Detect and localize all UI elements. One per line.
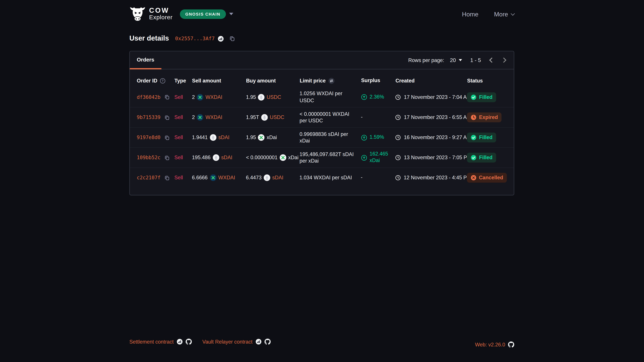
order-type: Sell [174, 175, 183, 180]
sell-amount-cell: 1.9441 sDAI [192, 134, 246, 141]
swap-price-icon[interactable] [328, 78, 334, 84]
surplus: 162.465 xDai [361, 151, 395, 164]
order-id-link[interactable]: 9b715339 [137, 114, 161, 120]
wxdai-icon [197, 94, 204, 100]
previous-page-button[interactable] [489, 57, 494, 63]
table-row: 109bb52c Sell 195.486 sDAI < 0.00000001 … [130, 147, 514, 167]
order-id-link[interactable]: df36042b [137, 94, 161, 100]
svg-text:?: ? [162, 79, 164, 82]
next-page-button[interactable] [501, 57, 506, 63]
created-date: 13 November 2023 - 7:05 PM [404, 155, 471, 160]
copy-icon[interactable] [164, 94, 170, 100]
limit-price: 195,486,097.682T sDAI per xDai [300, 151, 361, 164]
table-header: Order ID? Type Sell amount Buy amount Li… [130, 75, 514, 87]
rows-per-page-label: Rows per page: [408, 57, 444, 63]
buy-amount-cell: 1.95 USDC [246, 94, 300, 100]
user-address-link[interactable]: 0x2557...3Af7 [175, 36, 215, 41]
page-range: 1 - 5 [470, 57, 481, 63]
main-nav: Home More [462, 10, 514, 17]
copy-icon[interactable] [164, 135, 170, 140]
created-cell: 16 November 2023 - 9:27 AM [395, 135, 467, 140]
page: COW Explorer GNOSIS CHAIN Home More User… [0, 0, 644, 362]
sell-token-link[interactable]: WXDAI [206, 114, 222, 120]
status-label: Cancelled [479, 175, 503, 180]
github-icon[interactable] [508, 342, 514, 348]
table-row: c2c2107f Sell 6.6666 WXDAI 6.4473 sDAI 1… [130, 167, 514, 188]
surplus: - [361, 174, 395, 181]
order-id-link[interactable]: 109bb52c [137, 155, 161, 160]
copy-icon[interactable] [164, 115, 170, 120]
order-type: Sell [174, 94, 183, 100]
clock-icon [395, 155, 401, 160]
sell-amount-cell: 195.486 sDAI [192, 154, 246, 161]
clock-icon [395, 175, 401, 180]
help-icon[interactable]: ? [160, 78, 166, 84]
buy-token-link[interactable]: sDAI [272, 175, 284, 180]
sell-token-link[interactable]: sDAI [221, 155, 232, 160]
sdai-icon [264, 174, 270, 181]
buy-token-link[interactable]: xDai [267, 135, 277, 140]
blockscout-icon[interactable] [218, 35, 224, 42]
created-date: 12 November 2023 - 4:45 PM [404, 175, 471, 180]
footer: Settlement contract Vault Relayer contra… [129, 336, 514, 348]
copy-icon[interactable] [164, 155, 170, 160]
column-created: Created [396, 78, 414, 84]
top-bar: COW Explorer GNOSIS CHAIN Home More [129, 0, 514, 28]
buy-token-link[interactable]: USDC [267, 94, 281, 100]
sell-token-link[interactable]: sDAI [218, 135, 230, 140]
blockscout-icon[interactable] [256, 339, 262, 345]
settlement-contract-link[interactable]: Settlement contract [129, 339, 174, 345]
buy-amount: < 0.00000001 [246, 155, 278, 160]
order-id-link[interactable]: 9197e8d0 [137, 135, 161, 140]
xdai-icon [258, 134, 264, 141]
settlement-contract-group: Settlement contract [129, 339, 192, 345]
sell-token-link[interactable]: WXDAI [218, 175, 235, 180]
clock-icon [395, 135, 401, 140]
sell-amount: 2 [192, 114, 195, 120]
order-type: Sell [174, 114, 183, 120]
buy-amount: 1.95T [246, 114, 259, 120]
copy-icon[interactable] [164, 175, 170, 180]
surplus-up-icon [361, 134, 367, 141]
column-order-id: Order ID [137, 78, 157, 84]
chevron-down-icon [511, 11, 515, 15]
sell-amount-cell: 2 WXDAI [192, 94, 246, 100]
status-label: Filled [479, 94, 492, 100]
cow-icon [129, 6, 146, 21]
order-type: Sell [174, 155, 183, 160]
network-label: GNOSIS CHAIN [180, 9, 226, 18]
clock-filled-icon [471, 114, 476, 120]
column-surplus: Surplus [361, 78, 380, 84]
sdai-icon [210, 134, 216, 141]
usdc-icon [258, 94, 264, 100]
nav-home[interactable]: Home [462, 10, 478, 17]
github-icon[interactable] [264, 339, 271, 345]
buy-token-link[interactable]: xDai [288, 155, 298, 160]
column-sell-amount: Sell amount [192, 78, 221, 84]
rows-per-page-select[interactable]: 20 [450, 57, 462, 63]
github-icon[interactable] [186, 339, 192, 345]
footer-version-group: Web: v2.26.0 [475, 342, 514, 348]
vault-relayer-contract-link[interactable]: Vault Relayer contract [202, 339, 252, 345]
created-cell: 12 November 2023 - 4:45 PM [395, 175, 467, 180]
copy-address-icon[interactable] [229, 36, 235, 41]
tab-orders[interactable]: Orders [130, 51, 161, 69]
sell-token-link[interactable]: WXDAI [206, 94, 222, 100]
created-date: 16 November 2023 - 9:27 AM [404, 135, 471, 140]
network-selector[interactable]: GNOSIS CHAIN [180, 9, 233, 18]
surplus: 1.59% [361, 134, 395, 141]
cow-explorer-logo[interactable]: COW Explorer [129, 6, 172, 21]
column-limit-price: Limit price [300, 78, 326, 84]
column-type: Type [174, 78, 186, 84]
table-row: df36042b Sell 2 WXDAI 1.95 USDC 1.0256 W… [130, 87, 514, 107]
web-version-link[interactable]: Web: v2.26.0 [475, 342, 505, 348]
blockscout-icon[interactable] [176, 339, 183, 345]
limit-price: 1.0256 WXDAI per USDC [300, 90, 361, 104]
nav-more[interactable]: More [494, 10, 514, 17]
order-id-link[interactable]: c2c2107f [137, 175, 161, 180]
wxdai-icon [197, 114, 204, 121]
buy-amount: 1.95 [246, 94, 256, 100]
clock-icon [395, 114, 401, 120]
buy-token-link[interactable]: USDC [270, 114, 284, 120]
column-buy-amount: Buy amount [246, 78, 276, 84]
